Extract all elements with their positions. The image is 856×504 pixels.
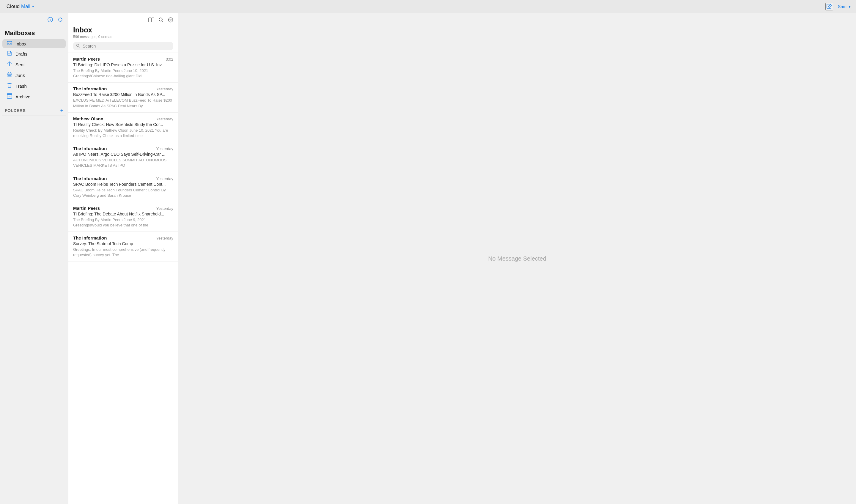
message-subject: TI Reality Check: How Scientists Study t… [73,122,173,127]
svg-line-20 [162,21,163,22]
folders-title: Folders [5,108,25,113]
split-view-button[interactable] [148,18,154,24]
sidebar-item-archive-label: Archive [16,94,61,99]
svg-rect-15 [7,94,12,95]
add-folder-button[interactable]: + [60,108,63,113]
sidebar-item-sent-label: Sent [16,62,61,67]
message-sender: Martin Peers [73,56,100,61]
message-preview: The Briefing By Martin Peers June 9, 202… [73,217,173,228]
message-item[interactable]: The Information Yesterday Survey: The St… [68,232,178,262]
message-subject: As IPO Nears, Argo CEO Says Self-Driving… [73,152,173,157]
reading-pane: No Message Selected [178,13,856,504]
sidebar-item-sent[interactable]: Sent [2,59,66,70]
message-time: Yesterday [156,117,173,121]
message-preview: Greetings, In our most comprehensive (an… [73,247,173,258]
sidebar: Mailboxes Inbox Drafts [0,13,68,504]
message-preview: SPAC Boom Helps Tech Founders Cement Con… [73,187,173,198]
message-subject: Survey: The State of Tech Comp [73,241,173,246]
svg-line-26 [79,46,80,48]
message-list-header: Inbox 596 messages, 0 unread [68,13,178,53]
message-time: Yesterday [156,206,173,211]
inbox-icon [6,41,13,46]
sidebar-item-inbox[interactable]: Inbox [2,39,66,48]
message-item[interactable]: The Information Yesterday As IPO Nears, … [68,142,178,172]
sidebar-item-trash-label: Trash [16,84,61,89]
sidebar-item-junk[interactable]: Junk [2,70,66,80]
user-chevron-icon: ▾ [849,4,851,9]
message-item[interactable]: Martin Peers Yesterday TI Briefing: The … [68,202,178,232]
svg-rect-17 [149,18,151,22]
sidebar-toolbar [0,16,68,28]
compose-button[interactable] [825,3,833,11]
message-time: Yesterday [156,236,173,240]
search-bar [73,42,173,50]
folders-section: Folders + [0,107,68,116]
topbar-right: Sami ▾ [825,3,851,11]
sidebar-item-drafts[interactable]: Drafts [2,49,66,59]
topbar-left: iCloud Mail ▾ [5,3,34,10]
sidebar-item-drafts-label: Drafts [16,51,61,56]
message-preview: AUTONOMOUS VEHICLES SUMMIT AUTONOMOUS VE… [73,158,173,168]
junk-icon [6,72,13,78]
app-title: iCloud Mail [5,3,30,10]
inbox-title: Inbox [73,26,173,34]
message-time: Yesterday [156,87,173,91]
sent-icon [6,61,13,68]
app-name-icloud: iCloud [5,3,20,9]
message-sender: Martin Peers [73,206,100,211]
refresh-button[interactable] [57,16,64,25]
message-time: Yesterday [156,177,173,181]
topbar: iCloud Mail ▾ Sami ▾ [0,0,856,13]
search-icon [76,44,80,49]
message-sender: The Information [73,176,107,181]
message-sender: The Information [73,146,107,151]
message-filter-button[interactable] [168,17,173,24]
message-item[interactable]: Mathew Olson Yesterday TI Reality Check:… [68,113,178,142]
message-list-toolbar [73,17,173,24]
sidebar-item-archive[interactable]: Archive [2,92,66,102]
message-time: 3:02 [166,57,173,61]
sidebar-item-trash[interactable]: Trash [2,81,66,91]
chevron-down-icon[interactable]: ▾ [32,4,34,8]
svg-rect-18 [151,18,154,22]
message-preview: The Briefing By Martin Peers June 10, 20… [73,68,173,79]
inbox-subtitle: 596 messages, 0 unread [73,35,173,39]
message-subject: TI Briefing: Didi IPO Poses a Puzzle for… [73,62,173,67]
message-item[interactable]: The Information Yesterday SPAC Boom Help… [68,173,178,202]
message-subject: SPAC Boom Helps Tech Founders Cement Con… [73,182,173,187]
sidebar-item-junk-label: Junk [16,73,61,78]
app-name-mail: Mail [21,3,30,9]
message-preview: EXCLUSIVE MEDIA/TELECOM BuzzFeed To Rais… [73,98,173,108]
message-subject: BuzzFeed To Raise $200 Million in Bonds … [73,92,173,97]
sidebar-item-inbox-label: Inbox [16,41,61,46]
filter-icon-button[interactable] [47,16,54,25]
message-list-panel: Inbox 596 messages, 0 unread Martin Peer… [68,13,178,504]
user-menu[interactable]: Sami ▾ [838,4,851,9]
search-button[interactable] [158,17,164,24]
main-layout: Mailboxes Inbox Drafts [0,13,856,504]
message-item[interactable]: The Information Yesterday BuzzFeed To Ra… [68,83,178,112]
message-list: Martin Peers 3:02 TI Briefing: Didi IPO … [68,53,178,504]
mailboxes-title: Mailboxes [0,28,68,39]
message-preview: Reality Check By Mathew Olson June 10, 2… [73,128,173,139]
svg-rect-14 [7,94,12,98]
folders-header-row: Folders + [5,107,63,115]
message-sender: The Information [73,235,107,240]
message-sender: Mathew Olson [73,116,103,121]
message-subject: TI Briefing: The Debate About Netflix Sh… [73,212,173,216]
search-input[interactable] [73,42,173,50]
message-item[interactable]: Martin Peers 3:02 TI Briefing: Didi IPO … [68,53,178,83]
no-message-selected-text: No Message Selected [488,255,546,262]
drafts-icon [6,51,13,57]
archive-icon [6,93,13,100]
message-time: Yesterday [156,146,173,151]
trash-icon [6,83,13,89]
message-sender: The Information [73,86,107,91]
user-name: Sami [838,4,848,9]
